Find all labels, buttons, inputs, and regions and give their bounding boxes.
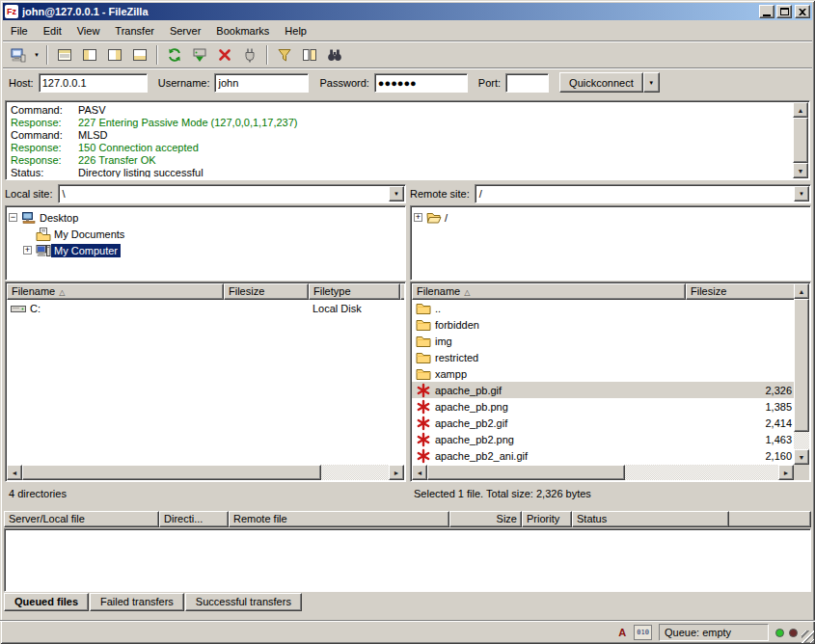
- menu-bookmarks[interactable]: Bookmarks: [208, 22, 277, 40]
- folder-icon: [416, 301, 431, 316]
- remote-status-bar: Selected 1 file. Total size: 2,326 bytes: [410, 485, 811, 502]
- tab-successful-transfers[interactable]: Successful transfers: [185, 593, 302, 611]
- toggle-remote-tree-button[interactable]: [102, 43, 127, 67]
- column-header-remote-file[interactable]: Remote file: [229, 511, 449, 527]
- expand-plus-icon[interactable]: +: [23, 246, 32, 255]
- host-input[interactable]: [39, 73, 148, 93]
- queue-body[interactable]: [4, 528, 811, 592]
- menu-server[interactable]: Server: [162, 22, 208, 40]
- column-header-filesize[interactable]: Filesize: [224, 283, 309, 300]
- column-header-filesize[interactable]: Filesize: [686, 283, 794, 300]
- title-bar[interactable]: Fz john@127.0.0.1 - FileZilla: [3, 3, 812, 20]
- scroll-down-button[interactable]: ▼: [793, 163, 808, 178]
- site-manager-dropdown-button[interactable]: ▼: [31, 43, 42, 67]
- scrollbar-thumb[interactable]: [793, 118, 808, 163]
- remote-site-dropdown-button[interactable]: ▼: [794, 186, 809, 201]
- column-header-filename[interactable]: Filename△: [7, 283, 224, 300]
- quickconnect-button[interactable]: Quickconnect: [559, 72, 643, 93]
- refresh-button[interactable]: [162, 43, 187, 67]
- directory-compare-button[interactable]: [297, 43, 322, 67]
- scrollbar-track[interactable]: [625, 465, 778, 480]
- directory-filter-button[interactable]: [272, 43, 297, 67]
- remote-site-combo[interactable]: / ▼: [475, 184, 811, 203]
- tab-failed-transfers[interactable]: Failed transfers: [90, 593, 184, 611]
- column-header-filename[interactable]: Filename△: [412, 283, 686, 300]
- local-site-combo[interactable]: \ ▼: [58, 184, 406, 203]
- toggle-local-tree-button[interactable]: [77, 43, 102, 67]
- file-row-apache-pb2-gif[interactable]: apache_pb2.gif2,414: [412, 415, 794, 431]
- username-input[interactable]: [214, 73, 309, 93]
- resize-grip-icon[interactable]: [801, 631, 814, 643]
- file-row-forbidden[interactable]: forbidden: [412, 316, 794, 333]
- scroll-left-button[interactable]: ◄: [7, 465, 22, 480]
- filename-text: forbidden: [435, 319, 479, 331]
- column-header-server-local-file[interactable]: Server/Local file: [4, 511, 159, 527]
- scrollbar-thumb[interactable]: [794, 299, 809, 432]
- sort-ascending-icon: △: [464, 288, 470, 297]
- file-row-apache-pb2-ani-gif[interactable]: apache_pb2_ani.gif2,160: [412, 447, 794, 464]
- column-header-size[interactable]: Size: [449, 511, 522, 527]
- scrollbar-thumb[interactable]: [22, 465, 321, 480]
- tree-item-label[interactable]: /: [442, 211, 450, 225]
- local-site-dropdown-button[interactable]: ▼: [389, 186, 404, 201]
- disconnect-button[interactable]: [237, 43, 262, 67]
- file-row-c[interactable]: C:Local Disk: [7, 300, 404, 316]
- file-row-xampp[interactable]: xampp: [412, 365, 794, 382]
- tree-item-my-computer[interactable]: +My Computer: [6, 242, 405, 258]
- remote-vscrollbar[interactable]: ▲ ▼: [794, 283, 809, 465]
- scroll-right-button[interactable]: ►: [778, 465, 794, 480]
- log-scrollbar[interactable]: ▲ ▼: [793, 102, 808, 178]
- remote-hscrollbar[interactable]: ◄ ►: [412, 465, 794, 480]
- documents-icon: [36, 227, 51, 242]
- local-tree: −DesktopMy Documents+My Computer: [5, 205, 406, 281]
- menu-file[interactable]: File: [3, 22, 36, 40]
- close-button[interactable]: [795, 5, 810, 18]
- scrollbar-track[interactable]: [321, 465, 389, 480]
- scroll-left-button[interactable]: ◄: [412, 465, 427, 480]
- toggle-queue-button[interactable]: [127, 43, 152, 67]
- file-row-apache-pb-gif[interactable]: apache_pb.gif2,326: [412, 382, 794, 398]
- maximize-button[interactable]: [776, 5, 792, 18]
- tree-item-label[interactable]: My Documents: [51, 228, 127, 241]
- menu-transfer[interactable]: Transfer: [107, 22, 162, 40]
- toggle-message-log-button[interactable]: [52, 43, 77, 67]
- file-row-apache-pb-png[interactable]: apache_pb.png1,385: [412, 398, 794, 415]
- toolbar: ▼: [3, 40, 812, 67]
- file-row-col[interactable]: ..: [412, 300, 794, 316]
- scroll-up-button[interactable]: ▲: [794, 283, 809, 299]
- scrollbar-thumb[interactable]: [427, 465, 625, 480]
- tree-item-label[interactable]: Desktop: [37, 211, 81, 225]
- cancel-transfer-button[interactable]: [212, 43, 237, 67]
- password-input[interactable]: [374, 73, 468, 93]
- file-row-restricted[interactable]: restricted: [412, 349, 794, 365]
- column-header-filetype[interactable]: Filetype: [309, 283, 400, 300]
- collapse-minus-icon[interactable]: −: [9, 213, 17, 222]
- file-row-img[interactable]: img: [412, 333, 794, 349]
- menu-edit[interactable]: Edit: [36, 22, 69, 40]
- scroll-up-button[interactable]: ▲: [793, 102, 808, 118]
- column-header-directi[interactable]: Directi...: [159, 511, 229, 527]
- port-input[interactable]: [505, 73, 549, 93]
- scroll-down-button[interactable]: ▼: [794, 449, 809, 465]
- file-row-apache-pb2-png[interactable]: apache_pb2.png1,463: [412, 431, 794, 447]
- minimize-button[interactable]: [759, 5, 774, 18]
- expand-plus-icon[interactable]: +: [414, 213, 422, 222]
- process-queue-button[interactable]: [187, 43, 212, 67]
- tree-item-my-documents[interactable]: My Documents: [6, 226, 405, 242]
- cell-filesize: 2,160: [686, 447, 794, 464]
- menu-help[interactable]: Help: [277, 22, 314, 40]
- quickconnect-dropdown-button[interactable]: ▼: [643, 72, 660, 93]
- menu-view[interactable]: View: [69, 22, 108, 40]
- column-header-priority[interactable]: Priority: [522, 511, 572, 527]
- local-hscrollbar[interactable]: ◄ ►: [7, 465, 404, 480]
- site-manager-button[interactable]: [6, 43, 31, 67]
- filename-text: apache_pb2.png: [435, 434, 514, 445]
- tree-item-col[interactable]: +/: [411, 209, 810, 226]
- tree-item-label[interactable]: My Computer: [51, 244, 121, 257]
- scroll-right-button[interactable]: ►: [389, 465, 404, 480]
- column-header-l[interactable]: L: [400, 283, 404, 300]
- tree-item-desktop[interactable]: −Desktop: [6, 209, 405, 226]
- tab-queued-files[interactable]: Queued files: [4, 593, 89, 611]
- column-header-status[interactable]: Status: [572, 511, 729, 527]
- find-files-button[interactable]: [322, 43, 347, 67]
